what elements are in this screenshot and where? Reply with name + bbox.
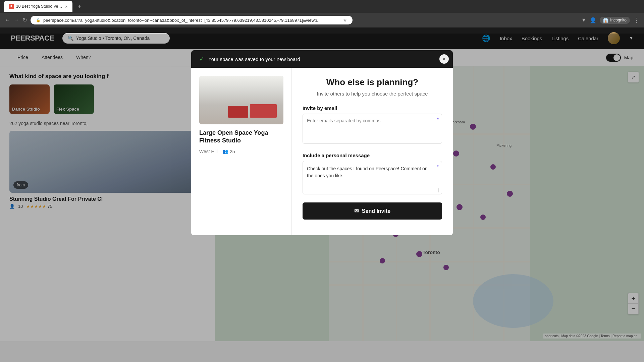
close-icon: × bbox=[442, 56, 446, 63]
tab-close-icon[interactable]: × bbox=[65, 4, 68, 9]
address-bar[interactable]: 🔒 peerspace.com/s/?a=yoga-studio&locatio… bbox=[31, 16, 353, 24]
browser-chrome: P 10 Best Yoga Studio Venues - To... × +… bbox=[0, 0, 644, 27]
notification-text: Your space was saved to your new board bbox=[208, 56, 300, 62]
url-text: peerspace.com/s/?a=yoga-studio&location=… bbox=[43, 18, 340, 23]
venue-capacity-info: 👥 25 bbox=[222, 149, 235, 154]
back-button[interactable]: ← bbox=[5, 17, 10, 23]
message-input-wrapper: Check out the spaces I found on Peerspac… bbox=[303, 161, 442, 196]
capacity-icon: 👥 bbox=[222, 149, 228, 154]
bookmark-icon[interactable]: ★ bbox=[343, 17, 347, 23]
refresh-button[interactable]: ↻ bbox=[23, 17, 27, 23]
message-cursor: * bbox=[437, 164, 439, 170]
send-icon: ✉ bbox=[354, 208, 359, 214]
send-invite-button[interactable]: ✉ Send Invite bbox=[303, 202, 442, 220]
modal-form-panel: Who else is planning? Invite others to h… bbox=[292, 68, 453, 235]
lock-icon: 🔒 bbox=[36, 18, 41, 22]
venue-image bbox=[199, 76, 283, 124]
send-button-label: Send Invite bbox=[362, 208, 390, 214]
venue-location: West Hill bbox=[199, 149, 218, 154]
menu-icon[interactable]: ⋮ bbox=[633, 16, 639, 24]
modal-close-button[interactable]: × bbox=[439, 54, 449, 64]
incognito-badge[interactable]: 👔 Incognito bbox=[600, 17, 630, 24]
modal-overlay[interactable]: × ✓ Your space was saved to your new boa… bbox=[0, 34, 644, 341]
invite-label: Invite by email bbox=[303, 105, 442, 111]
modal-venue-panel: Large Open Space Yoga Fitness Studio Wes… bbox=[191, 68, 292, 235]
new-tab-button[interactable]: + bbox=[75, 2, 84, 11]
incognito-icon: 👔 bbox=[603, 18, 608, 23]
tab-title: 10 Best Yoga Studio Venues - To... bbox=[16, 4, 63, 9]
venue-capacity: 25 bbox=[230, 149, 235, 154]
profile-icon[interactable]: 👤 bbox=[590, 17, 596, 23]
modal: × ✓ Your space was saved to your new boa… bbox=[191, 50, 453, 235]
invite-section: Invite by email * bbox=[303, 105, 442, 145]
browser-actions: ▼ 👤 👔 Incognito ⋮ bbox=[581, 16, 639, 24]
venue-title: Large Open Space Yoga Fitness Studio bbox=[199, 129, 283, 145]
message-section: Include a personal message Check out the… bbox=[303, 153, 442, 196]
modal-heading: Who else is planning? bbox=[303, 77, 442, 87]
browser-nav-bar: ← → ↻ 🔒 peerspace.com/s/?a=yoga-studio&l… bbox=[0, 13, 644, 27]
extensions-icon[interactable]: ▼ bbox=[581, 17, 586, 23]
email-input[interactable] bbox=[303, 114, 442, 144]
browser-tab[interactable]: P 10 Best Yoga Studio Venues - To... × bbox=[4, 1, 72, 12]
save-notification: ✓ Your space was saved to your new board bbox=[191, 50, 453, 68]
check-icon: ✓ bbox=[199, 55, 204, 63]
email-required-star: * bbox=[437, 117, 439, 123]
modal-body: Large Open Space Yoga Fitness Studio Wes… bbox=[191, 68, 453, 235]
message-label: Include a personal message bbox=[303, 153, 442, 158]
modal-subheading: Invite others to help you choose the per… bbox=[303, 91, 442, 97]
tab-favicon: P bbox=[9, 4, 14, 9]
email-input-wrapper: * bbox=[303, 114, 442, 145]
forward-button[interactable]: → bbox=[14, 17, 19, 23]
venue-meta: West Hill 👥 25 bbox=[199, 149, 283, 154]
message-input[interactable]: Check out the spaces I found on Peerspac… bbox=[303, 161, 442, 194]
